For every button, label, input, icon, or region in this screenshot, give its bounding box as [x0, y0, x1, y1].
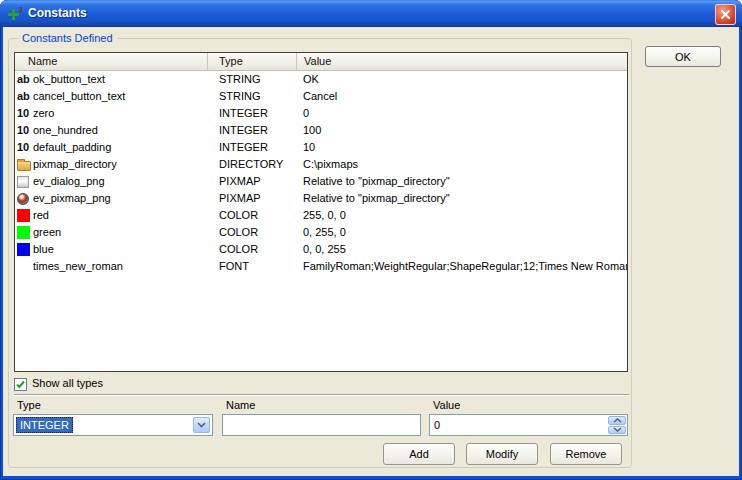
app-plus-icon: 1: [8, 5, 27, 22]
table-row[interactable]: blue COLOR 0, 0, 255: [15, 241, 627, 258]
folder-icon: [17, 161, 31, 171]
form-separator: [14, 394, 629, 396]
constant-value: Relative to "pixmap_directory": [296, 173, 627, 190]
constant-type: PIXMAP: [207, 190, 296, 207]
pixmap-globe-icon: [17, 193, 29, 205]
constant-type: DIRECTORY: [207, 156, 296, 173]
icon-badge: 1: [19, 5, 23, 14]
constants-dialog-window: 1 Constants OK Constants Defined Name Ty…: [0, 0, 742, 480]
plus-icon: [8, 9, 19, 20]
name-label: Name: [226, 399, 255, 411]
constant-type: INTEGER: [207, 139, 296, 156]
close-icon: [720, 9, 731, 20]
constant-name: red: [33, 207, 207, 224]
color-swatch-icon: [17, 226, 30, 239]
constant-type: INTEGER: [207, 122, 296, 139]
type-label: Type: [17, 399, 41, 411]
color-swatch-icon: [17, 209, 30, 222]
spin-up-button[interactable]: [608, 416, 626, 425]
constant-value: Relative to "pixmap_directory": [296, 190, 627, 207]
show-all-types-label: Show all types: [32, 377, 103, 389]
constant-type: STRING: [207, 71, 296, 88]
string-type-icon: ab: [17, 73, 30, 86]
constants-table: Name Type Value ab ok_button_text STRING…: [14, 52, 628, 372]
constant-name: pixmap_directory: [33, 156, 207, 173]
checkmark-icon: [16, 380, 25, 389]
constant-value: 0: [296, 105, 627, 122]
constant-type: FONT: [207, 258, 296, 275]
modify-button[interactable]: Modify: [466, 443, 538, 465]
constant-name: times_new_roman: [33, 258, 207, 275]
constant-type: INTEGER: [207, 105, 296, 122]
table-row[interactable]: 10 zero INTEGER 0: [15, 105, 627, 122]
table-row[interactable]: pixmap_directory DIRECTORY C:\pixmaps: [15, 156, 627, 173]
constant-value: OK: [296, 71, 627, 88]
constant-name: green: [33, 224, 207, 241]
pixmap-image-icon: [17, 176, 29, 188]
spinner-buttons: [608, 416, 626, 434]
value-spinner: [429, 414, 628, 436]
table-row[interactable]: ev_pixmap_png PIXMAP Relative to "pixmap…: [15, 190, 627, 207]
window-title: Constants: [28, 0, 87, 26]
combo-dropdown-button[interactable]: [193, 417, 210, 433]
integer-type-icon: 10: [17, 107, 29, 120]
spin-down-button[interactable]: [608, 426, 626, 435]
constant-value: 0, 255, 0: [296, 224, 627, 241]
ok-button[interactable]: OK: [645, 46, 721, 67]
table-row[interactable]: ab cancel_button_text STRING Cancel: [15, 88, 627, 105]
type-combobox-selected-value: INTEGER: [16, 417, 73, 433]
chevron-down-icon: [197, 422, 206, 428]
titlebar[interactable]: 1 Constants: [0, 0, 742, 27]
column-header-name[interactable]: Name: [15, 53, 207, 70]
groupbox-title: Constants Defined: [18, 31, 117, 45]
integer-type-icon: 10: [17, 141, 29, 154]
column-header-type[interactable]: Type: [207, 53, 296, 70]
constant-name: ok_button_text: [33, 71, 207, 88]
constant-name: blue: [33, 241, 207, 258]
column-header-value[interactable]: Value: [296, 53, 627, 70]
close-button[interactable]: [715, 4, 736, 25]
table-header: Name Type Value: [15, 53, 627, 71]
constant-type: COLOR: [207, 224, 296, 241]
table-row[interactable]: green COLOR 0, 255, 0: [15, 224, 627, 241]
constant-name: default_padding: [33, 139, 207, 156]
table-row[interactable]: ab ok_button_text STRING OK: [15, 71, 627, 88]
constant-type: PIXMAP: [207, 173, 296, 190]
table-row[interactable]: times_new_roman FONT FamilyRoman;WeightR…: [15, 258, 627, 275]
name-input[interactable]: [222, 414, 421, 436]
color-swatch-icon: [17, 243, 30, 256]
add-button[interactable]: Add: [383, 443, 455, 465]
constant-value: 0, 0, 255: [296, 241, 627, 258]
table-row[interactable]: 10 one_hundred INTEGER 100: [15, 122, 627, 139]
constant-name: ev_pixmap_png: [33, 190, 207, 207]
constant-name: ev_dialog_png: [33, 173, 207, 190]
constant-type: COLOR: [207, 241, 296, 258]
constant-value: C:\pixmaps: [296, 156, 627, 173]
table-row[interactable]: red COLOR 255, 0, 0: [15, 207, 627, 224]
constant-type: COLOR: [207, 207, 296, 224]
remove-button[interactable]: Remove: [550, 443, 622, 465]
string-type-icon: ab: [17, 90, 30, 103]
table-row[interactable]: ev_dialog_png PIXMAP Relative to "pixmap…: [15, 173, 627, 190]
show-all-types-checkbox[interactable]: [14, 378, 27, 391]
value-input[interactable]: [430, 415, 606, 435]
constant-value: FamilyRoman;WeightRegular;ShapeRegular;1…: [296, 258, 627, 275]
chevron-up-icon: [613, 418, 622, 423]
constants-table-body: ab ok_button_text STRING OK ab cancel_bu…: [15, 71, 627, 275]
constant-name: zero: [33, 105, 207, 122]
constant-name: cancel_button_text: [33, 88, 207, 105]
table-row[interactable]: 10 default_padding INTEGER 10: [15, 139, 627, 156]
integer-type-icon: 10: [17, 124, 29, 137]
constant-value: 255, 0, 0: [296, 207, 627, 224]
type-combobox[interactable]: INTEGER: [13, 414, 213, 436]
chevron-down-icon: [613, 427, 622, 432]
constant-type: STRING: [207, 88, 296, 105]
constant-value: 100: [296, 122, 627, 139]
constant-value: Cancel: [296, 88, 627, 105]
constant-value: 10: [296, 139, 627, 156]
value-label: Value: [433, 399, 460, 411]
constant-name: one_hundred: [33, 122, 207, 139]
